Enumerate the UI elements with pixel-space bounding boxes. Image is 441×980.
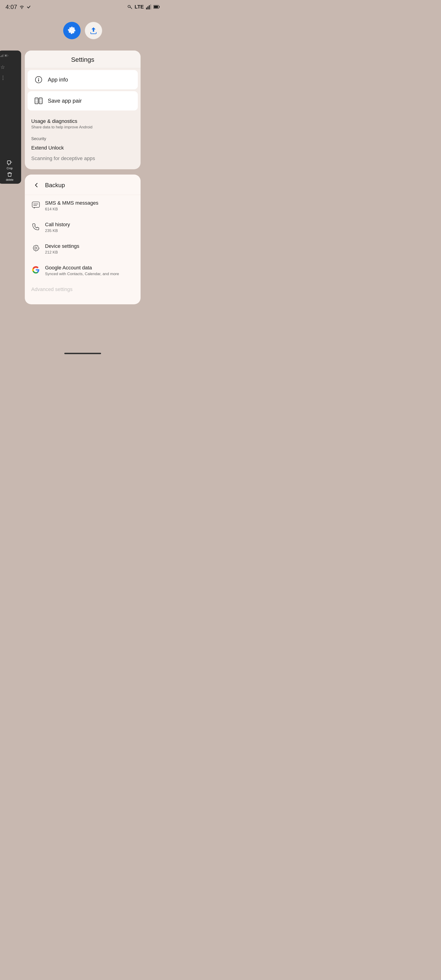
key-icon xyxy=(127,5,132,9)
phone-signal-icon xyxy=(0,54,4,57)
google-icon xyxy=(31,265,40,274)
svg-rect-2 xyxy=(148,6,148,10)
call-history-content: Call history 235 KB xyxy=(45,222,134,233)
device-settings-icon xyxy=(31,244,40,253)
svg-rect-1 xyxy=(146,8,147,10)
delete-icon[interactable] xyxy=(7,172,13,177)
gear-icon xyxy=(67,25,77,36)
device-settings-content: Device settings 212 KB xyxy=(45,243,134,255)
svg-rect-4 xyxy=(150,4,151,10)
status-bar-right: LTE xyxy=(127,4,160,10)
star-icon: ☆ xyxy=(0,64,5,70)
scanning-title: Scanning for deceptive apps xyxy=(31,156,134,161)
sms-mms-size: 614 KB xyxy=(45,207,134,212)
svg-rect-23 xyxy=(35,98,38,100)
phone-card: ☆ ⋮ Crop delete xyxy=(0,51,21,184)
lte-label: LTE xyxy=(135,4,144,10)
extend-unlock-item[interactable]: Extend Unlock xyxy=(31,143,134,153)
delete-label: delete xyxy=(6,178,14,181)
google-account-content: Google Account data Synced with Contacts… xyxy=(45,265,134,276)
upload-icon xyxy=(88,25,99,36)
device-settings-item[interactable]: Device settings 212 KB xyxy=(25,238,140,260)
scanning-item[interactable]: Scanning for deceptive apps xyxy=(31,153,134,164)
svg-rect-26 xyxy=(40,101,42,103)
security-header: Security xyxy=(31,137,134,141)
crop-label: Crop xyxy=(7,167,13,170)
home-bar xyxy=(64,353,101,354)
advanced-settings-item[interactable]: Advanced settings xyxy=(25,282,140,298)
svg-rect-25 xyxy=(35,101,38,103)
signal-check-icon xyxy=(26,5,31,9)
phone-status xyxy=(0,54,8,57)
sms-mms-title: SMS & MMS messages xyxy=(45,200,134,206)
upload-app-icon[interactable] xyxy=(85,22,102,39)
svg-rect-6 xyxy=(159,6,160,8)
google-account-item[interactable]: Google Account data Synced with Contacts… xyxy=(25,260,140,282)
settings-card: Settings App info Save app pair xyxy=(25,51,140,169)
call-history-title: Call history xyxy=(45,222,134,228)
status-time: 4:07 xyxy=(5,3,17,11)
security-section: Security Extend Unlock Scanning for dece… xyxy=(25,133,140,165)
call-history-size: 235 KB xyxy=(45,229,134,233)
advanced-settings-title: Advanced settings xyxy=(31,286,134,293)
svg-rect-15 xyxy=(7,161,11,164)
app-info-label: App info xyxy=(48,76,68,83)
svg-rect-3 xyxy=(149,5,150,10)
device-settings-title: Device settings xyxy=(45,243,134,249)
svg-rect-11 xyxy=(3,54,4,57)
settings-app-icon[interactable] xyxy=(63,22,81,39)
svg-rect-8 xyxy=(0,56,1,57)
settings-title: Settings xyxy=(71,56,94,63)
device-settings-size: 212 KB xyxy=(45,250,134,255)
usage-diagnostics-section: Usage & diagnostics Share data to help i… xyxy=(25,112,140,133)
info-icon xyxy=(34,75,43,84)
battery-icon xyxy=(153,5,160,9)
svg-point-0 xyxy=(128,5,130,8)
svg-rect-14 xyxy=(5,55,7,56)
svg-rect-9 xyxy=(2,55,2,57)
call-history-item[interactable]: Call history 235 KB xyxy=(25,216,140,238)
backup-title: Backup xyxy=(45,182,65,189)
usage-diagnostics-title: Usage & diagnostics xyxy=(31,118,134,124)
svg-rect-7 xyxy=(154,6,158,8)
svg-rect-13 xyxy=(8,55,8,56)
sms-mms-content: SMS & MMS messages 614 KB xyxy=(45,200,134,212)
split-screen-icon xyxy=(34,96,43,105)
status-bar-left: 4:07 xyxy=(5,3,31,11)
google-account-subtitle: Synced with Contacts, Calendar, and more xyxy=(45,272,134,276)
phone-card-icons: ☆ ⋮ xyxy=(0,64,5,81)
save-app-pair-label: Save app pair xyxy=(48,98,82,104)
backup-card: Backup SMS & MMS messages 614 KB Call hi… xyxy=(25,175,140,304)
crop-button[interactable]: Crop xyxy=(7,160,13,170)
backup-header: Backup xyxy=(25,175,140,195)
advanced-settings-content: Advanced settings xyxy=(31,286,134,293)
message-icon xyxy=(31,200,40,210)
save-app-pair-menu-item[interactable]: Save app pair xyxy=(27,91,138,110)
usage-diagnostics-subtitle: Share data to help improve Android xyxy=(31,125,134,129)
phone-battery-icon xyxy=(5,54,8,57)
settings-title-bar: Settings xyxy=(25,51,140,68)
svg-point-20 xyxy=(38,78,39,79)
svg-rect-27 xyxy=(32,202,40,207)
usage-diagnostics-item[interactable]: Usage & diagnostics Share data to help i… xyxy=(31,116,134,132)
app-info-menu-item[interactable]: App info xyxy=(27,70,138,89)
more-icon: ⋮ xyxy=(0,75,5,81)
app-icons-row xyxy=(63,22,102,39)
svg-rect-19 xyxy=(38,79,39,81)
crop-icon xyxy=(7,160,13,166)
extend-unlock-title: Extend Unlock xyxy=(31,145,134,151)
status-bar: 4:07 LTE xyxy=(0,0,166,14)
signal-icon xyxy=(146,4,151,10)
sms-mms-item[interactable]: SMS & MMS messages 614 KB xyxy=(25,195,140,216)
wifi-icon xyxy=(19,5,25,9)
back-button[interactable] xyxy=(31,180,41,190)
svg-rect-24 xyxy=(40,98,42,100)
phone-icon xyxy=(31,222,40,231)
svg-rect-10 xyxy=(2,55,3,57)
google-account-title: Google Account data xyxy=(45,265,134,271)
svg-point-30 xyxy=(35,247,37,249)
